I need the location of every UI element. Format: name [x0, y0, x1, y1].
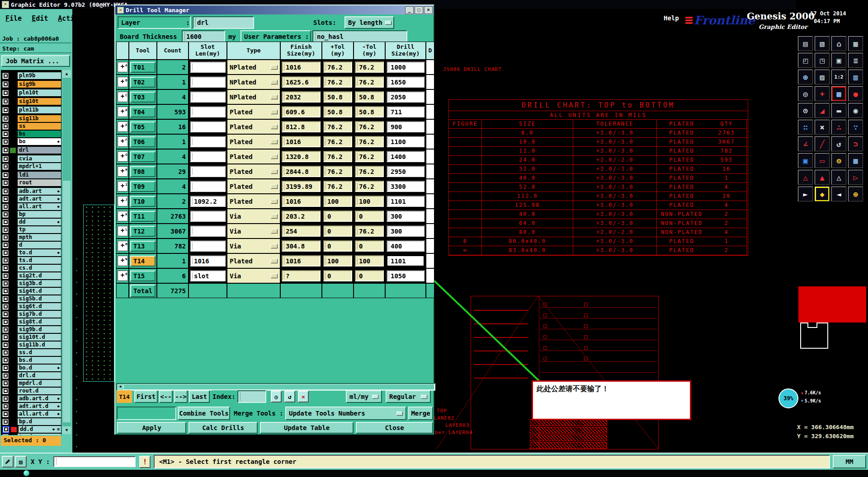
tool-button[interactable]: T01 [130, 62, 156, 73]
plus-tol-input[interactable]: 76.2 [323, 166, 352, 177]
layer-checkbox[interactable] [2, 257, 9, 264]
layer-row[interactable]: drl [2, 147, 61, 154]
layer-checkbox[interactable] [2, 234, 9, 241]
slot-len-input[interactable] [190, 225, 226, 237]
toolbar-icon[interactable]: ▬ [831, 103, 846, 118]
slot-len-input[interactable] [190, 210, 226, 222]
layer-checkbox[interactable] [2, 219, 9, 225]
apply-button[interactable]: Apply [117, 422, 186, 434]
tool-button[interactable]: T06 [130, 136, 156, 147]
toolbar-icon[interactable]: ▦ [848, 153, 863, 168]
drill-size-input[interactable]: 300 [387, 225, 425, 237]
tool-button[interactable]: T15 [130, 271, 156, 281]
expand-button[interactable]: +M [118, 241, 128, 251]
layer-row[interactable]: bs [2, 131, 61, 137]
dialog-minimize-icon[interactable]: _ [405, 6, 414, 14]
layer-row[interactable]: adt.art.d◆ [2, 403, 61, 410]
plus-tol-input[interactable]: 0 [323, 240, 352, 252]
toolbar-icon[interactable]: ⊕ [848, 187, 863, 201]
expand-button[interactable]: +B [118, 77, 128, 87]
toolbar-icon[interactable]: ▩ [831, 86, 846, 101]
toolbar-icon[interactable]: ▣ [831, 53, 846, 68]
toolbar-icon[interactable]: ◄ [831, 187, 846, 201]
toolbar-icon[interactable]: ◎ [798, 86, 813, 101]
layer-name-chip[interactable]: d [18, 242, 61, 248]
drill-size-input[interactable]: 400 [387, 240, 425, 252]
layer-checkbox[interactable] [2, 250, 9, 256]
finish-size-input[interactable]: 1625.6 [282, 76, 321, 88]
finish-size-input[interactable]: ? [282, 270, 321, 281]
prev-button[interactable]: <-- [159, 390, 173, 403]
type-cell[interactable]: NPlated [227, 89, 280, 104]
user-parameters-input[interactable]: no_hasl [312, 30, 407, 43]
layer-row[interactable]: dd◆ [2, 219, 61, 225]
finish-size-input[interactable]: 1016 [282, 196, 321, 207]
layer-row[interactable]: mpdrl+1 [2, 163, 61, 170]
layer-name-chip[interactable]: sig8t.d [18, 318, 61, 325]
layer-checkbox[interactable] [2, 211, 9, 218]
expand-button[interactable]: +J [118, 196, 128, 206]
toolbar-icon[interactable]: ∷ [798, 120, 813, 135]
layer-checkbox[interactable] [2, 396, 9, 402]
tool-button[interactable]: T07 [130, 151, 156, 162]
toolbar-icon[interactable]: ◰ [798, 53, 813, 68]
layer-name-chip[interactable]: ss [18, 123, 61, 130]
drill-size-input[interactable]: 1100 [387, 136, 425, 147]
toolbar-icon[interactable]: ⊃ [848, 136, 863, 151]
pencil-icon[interactable] [2, 456, 14, 468]
toolbar-icon[interactable]: ◆ [815, 187, 830, 201]
layer-name-chip[interactable]: dd.d◆ ⊞ [19, 426, 61, 433]
finish-size-input[interactable]: 1016 [282, 61, 321, 73]
scroll-left-icon[interactable]: ◀ [117, 384, 123, 390]
layer-checkbox[interactable] [2, 426, 9, 433]
layer-checkbox[interactable] [2, 81, 9, 88]
plus-tol-input[interactable]: 76.2 [323, 61, 352, 73]
layer-name-chip[interactable]: sig11b.d [18, 341, 61, 348]
type-cell[interactable]: Plated [227, 119, 280, 134]
finish-size-input[interactable]: 254 [282, 225, 321, 237]
layer-row[interactable]: rout.d [2, 388, 61, 394]
finish-size-input[interactable]: 1016 [282, 136, 321, 147]
layer-name-chip[interactable]: rout.d [18, 388, 61, 394]
toolbar-icon[interactable]: ► [798, 187, 813, 201]
expand-button[interactable]: +G [118, 151, 128, 162]
layer-row[interactable]: sig11b [2, 115, 61, 122]
toolbar-icon[interactable]: ↺ [831, 136, 846, 151]
layer-name-chip[interactable]: drl.d [18, 372, 61, 379]
layer-name-chip[interactable]: ss.d [18, 349, 61, 356]
slot-len-input[interactable] [190, 91, 226, 103]
layer-name-chip[interactable]: sig11b [18, 115, 61, 122]
layer-row[interactable]: sig10t.d [2, 334, 61, 341]
toolbar-icon[interactable]: ▤ [798, 36, 813, 51]
layer-name-chip[interactable]: dd◆ [18, 219, 61, 225]
layer-row[interactable]: dd.d◆ ⊞ [2, 426, 61, 433]
highlight-icon[interactable]: ◎ [271, 391, 282, 402]
layer-name-chip[interactable]: sig5b.d [18, 295, 61, 302]
slot-len-input[interactable] [190, 136, 226, 147]
toolbar-icon[interactable]: 1:2 [831, 70, 846, 84]
board-thickness-input[interactable]: 1600 [182, 30, 225, 43]
expand-button[interactable]: +I [118, 181, 128, 192]
layer-name-chip[interactable]: bo.d◆ [18, 365, 61, 371]
toolbar-icon[interactable]: ▨ [815, 70, 830, 84]
expand-button[interactable]: +A [118, 62, 128, 72]
layer-checkbox[interactable] [2, 365, 9, 371]
type-cell[interactable]: Plated [227, 164, 280, 179]
type-cell[interactable]: Via [227, 238, 280, 253]
slot-len-input[interactable]: slot [190, 270, 226, 281]
minus-tol-input[interactable]: 50.8 [355, 91, 384, 103]
type-dropdown-icon[interactable] [271, 229, 278, 234]
plus-tol-input[interactable]: 50.8 [323, 106, 352, 117]
layer-checkbox[interactable] [2, 380, 9, 387]
layer-checkbox[interactable] [2, 296, 9, 302]
layer-checkbox[interactable] [2, 319, 9, 325]
layer-row[interactable]: ss [2, 123, 61, 130]
type-dropdown-icon[interactable] [271, 110, 278, 114]
toolbar-icon[interactable]: ◳ [815, 53, 830, 68]
type-dropdown-icon[interactable] [271, 154, 278, 159]
layer-row[interactable]: bo◆ [2, 138, 61, 145]
layer-name-chip[interactable]: pln10t [18, 89, 61, 96]
layer-row[interactable]: adb.art◆ [2, 188, 61, 195]
tool-button[interactable]: T12 [130, 226, 156, 237]
toolbar-icon[interactable]: ⊜ [831, 153, 846, 168]
